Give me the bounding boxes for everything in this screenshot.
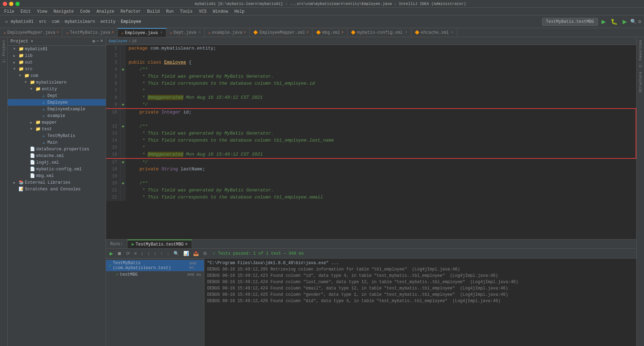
debug-button[interactable]: 🐛 <box>609 18 619 26</box>
tree-item-employeeexample[interactable]: ☕ EmployeeExample <box>8 106 106 112</box>
code-view[interactable]: 1 package com.mybatislearn.entity; 2 <box>106 45 636 239</box>
menu-build[interactable]: Build <box>144 8 163 15</box>
tab-close-btn[interactable]: × <box>199 31 201 34</box>
tab-testmybatis-java[interactable]: ☕ TestMyBatis.java × <box>63 28 118 37</box>
bottom-tab-testmybatis[interactable]: ▶ TestMyBatis.testMBG × <box>127 240 192 248</box>
tree-item-mybatis01[interactable]: ▼ 📁 mybatis01 <box>8 46 106 52</box>
expand-btn[interactable]: ↕ <box>146 250 151 257</box>
tree-item-com[interactable]: ▼ 📁 com <box>8 72 106 79</box>
menu-help[interactable]: Help <box>231 8 247 15</box>
tree-item-main[interactable]: ☕ Main <box>8 139 106 146</box>
java-file-icon: ☕ <box>41 100 46 105</box>
menu-run[interactable]: Run <box>163 8 177 15</box>
test-tree-item-testmbg[interactable]: ✓ testMBG 948 ms <box>106 271 204 278</box>
bottom-tab-close[interactable]: × <box>185 242 188 247</box>
search-everywhere-btn[interactable]: 🔍 <box>630 19 636 25</box>
menu-refactor[interactable]: Refactor <box>118 8 144 15</box>
tree-item-external-libraries[interactable]: ▶ 📚 External Libraries <box>8 179 106 186</box>
run-config-label[interactable]: TestMyBatis.testMBG <box>542 18 598 26</box>
sort-alpha-btn[interactable]: ↕ <box>140 250 145 257</box>
tree-item-lib[interactable]: ▶ 📁 lib <box>8 52 106 59</box>
next-fail-btn[interactable]: ↓ <box>166 250 171 257</box>
stop-btn[interactable]: ⏹ <box>116 250 123 257</box>
run-again-btn[interactable]: ▶ <box>108 250 114 257</box>
tab-dept-java[interactable]: ☕ Dept.java × <box>166 28 205 37</box>
menu-tools[interactable]: Tools <box>177 8 196 15</box>
tab-mybatis-config-xml[interactable]: 🔶 mybatis-config.xml × <box>347 28 411 37</box>
tab-close-btn[interactable]: × <box>405 31 407 34</box>
export-btn[interactable]: 📤 <box>192 250 200 257</box>
tree-item-mybatislearn[interactable]: ▼ 📁 mybatislearn <box>8 79 106 86</box>
tree-item-mapper[interactable]: ▶ 📁 mapper <box>8 119 106 126</box>
line-gutter <box>120 144 126 151</box>
minimize-btn[interactable] <box>9 2 13 6</box>
settings-icon[interactable]: ⚙ <box>92 39 95 44</box>
tree-item-employee[interactable]: ☕ Employee <box>8 99 106 106</box>
tree-item-entity[interactable]: ▼ 📁 entity <box>8 86 106 92</box>
tree-label: entity <box>42 87 57 92</box>
breadcrumb-entity[interactable]: entity <box>100 19 116 24</box>
prev-fail-btn[interactable]: ↑ <box>159 250 164 257</box>
folder-icon: 📁 <box>18 53 24 58</box>
tab-mbg-xml[interactable]: 🔶 mbg.xml × <box>313 28 347 37</box>
maximize-btn[interactable] <box>15 2 20 6</box>
breadcrumb-id[interactable]: id <box>132 39 136 43</box>
test-tree-item-testmybatis[interactable]: ✓ TestMyBatis (com.mybatislearn.test) 94… <box>106 260 204 271</box>
menu-file[interactable]: File <box>1 8 17 15</box>
tree-item-example[interactable]: ☕ example <box>8 112 106 119</box>
tab-employeemapper-xml[interactable]: 🔶 EmployeeMapper.xml × <box>250 28 313 37</box>
tree-item-log4j[interactable]: 📄 log4j.xml <box>8 159 106 166</box>
menu-edit[interactable]: Edit <box>18 8 34 15</box>
breadcrumb-src[interactable]: src <box>39 19 47 24</box>
menu-view[interactable]: View <box>34 8 50 15</box>
tab-example-java[interactable]: ☕ example.java × <box>205 28 250 37</box>
tree-item-src[interactable]: ▼ 📁 src <box>8 66 106 72</box>
tree-item-datasource[interactable]: 📄 dataSource.properties <box>8 146 106 152</box>
tree-item-dept[interactable]: ☕ Dept <box>8 92 106 99</box>
tree-item-test[interactable]: ▼ 📁 test <box>8 126 106 132</box>
line-number: 9 <box>106 101 120 109</box>
menu-analyze[interactable]: Analyze <box>94 8 117 15</box>
stats-btn[interactable]: 📊 <box>182 250 190 257</box>
tab-ehcache-xml[interactable]: 🔶 ehcache.xml × <box>411 28 457 37</box>
close-icon[interactable]: × <box>100 39 103 44</box>
settings-btn[interactable]: ⚙ <box>638 19 641 25</box>
tab-employee-java[interactable]: ☕ Employee.java × <box>118 28 166 37</box>
tree-item-mbg[interactable]: 📄 mbg.xml <box>8 172 106 179</box>
breadcrumb-mybatislearn[interactable]: mybatislearn <box>65 19 95 24</box>
settings-btn[interactable]: ⚙ <box>202 250 209 257</box>
menu-vcs[interactable]: VCS <box>196 8 210 15</box>
tree-item-scratches[interactable]: 📝 Scratches and Consoles <box>8 186 106 192</box>
log-output[interactable]: "C:\Program Files\Java\jdk1.8.0_40\bin\j… <box>204 259 636 346</box>
menu-navigate[interactable]: Navigate <box>51 8 77 15</box>
back-btn[interactable]: ◁ <box>3 18 9 25</box>
breadcrumb-mybatis01[interactable]: mybatis01 <box>11 19 34 24</box>
sort-btn[interactable]: ≡ <box>133 250 138 257</box>
line-gutter: ◆ <box>120 101 126 109</box>
collapse-btn[interactable]: ↕ <box>153 250 158 257</box>
project-icon[interactable]: 1: Project <box>1 39 7 64</box>
scratches-icon: 📝 <box>18 187 24 192</box>
menu-code[interactable]: Code <box>77 8 93 15</box>
tab-close-btn[interactable]: × <box>451 31 453 34</box>
tab-close-btn[interactable]: × <box>160 31 163 35</box>
main-area: 1: Project Project ▾ ⚙ – × ▼ 📁 mybatis01 <box>0 37 644 346</box>
tree-item-ehcache[interactable]: 📄 ehcache.xml <box>8 152 106 159</box>
tab-employeemapper-java[interactable]: ☕ EmployeeMapper.java × <box>0 28 63 37</box>
favorites-icon[interactable]: 2: Favorites <box>637 39 644 68</box>
collapse-icon[interactable]: – <box>97 39 99 44</box>
rerun-btn[interactable]: ⟳ <box>125 250 131 257</box>
menu-window[interactable]: Window <box>210 8 231 15</box>
code-line-18: 18 private String lastName; <box>106 166 636 173</box>
run-button[interactable]: ▶ <box>600 18 607 26</box>
breadcrumb-com[interactable]: com <box>52 19 59 24</box>
tree-item-testmybatis[interactable]: ☕ TestMyBatis <box>8 132 106 139</box>
tree-item-mybatisconfig[interactable]: 📄 mybatis-config.xml <box>8 166 106 172</box>
tree-item-out[interactable]: ▶ 📁 out <box>8 59 106 66</box>
filter-btn[interactable]: 🔍 <box>172 250 180 257</box>
breadcrumb-employee[interactable]: Employee <box>109 39 127 43</box>
run-coverage-button[interactable]: ▶ <box>621 18 628 26</box>
structure-icon[interactable]: Structure <box>637 71 644 93</box>
close-btn[interactable] <box>3 2 7 6</box>
breadcrumb-employee[interactable]: Employee <box>121 19 141 24</box>
